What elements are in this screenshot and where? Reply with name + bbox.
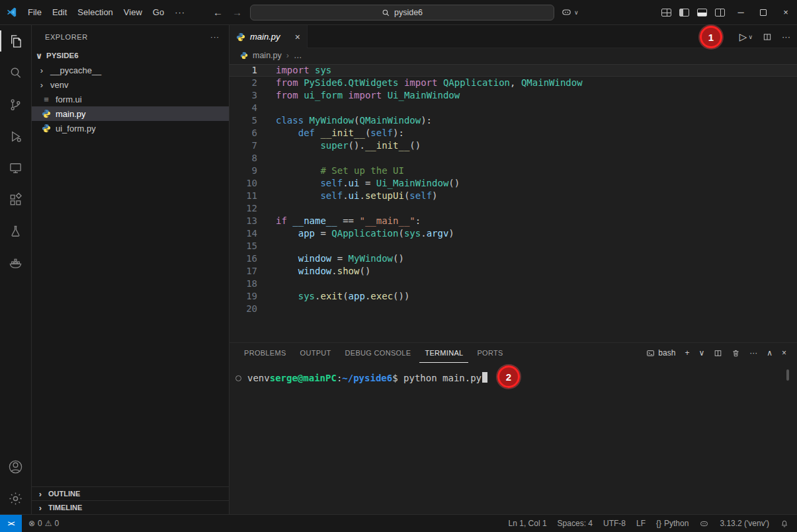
command-decoration-icon[interactable] <box>235 375 241 381</box>
customize-layout-icon[interactable] <box>661 9 671 17</box>
tree-item-pycache[interactable]: › __pycache__ <box>32 63 229 77</box>
activity-explorer[interactable] <box>0 25 32 57</box>
panel-more-actions-icon[interactable]: ··· <box>749 348 757 358</box>
code-line[interactable]: 14 app = QApplication(sys.argv) <box>230 227 797 240</box>
line-number[interactable]: 2 <box>230 77 257 89</box>
copilot-menu[interactable]: ∨ <box>561 7 579 18</box>
language-status[interactable]: {} Python <box>656 519 689 528</box>
breadcrumb-symbol[interactable]: … <box>294 51 302 60</box>
code-line[interactable]: 7 super().__init__() <box>230 139 797 152</box>
code-line[interactable]: 19 sys.exit(app.exec()) <box>230 290 797 303</box>
line-number[interactable]: 4 <box>230 102 257 114</box>
code-line[interactable]: 12 <box>230 202 797 215</box>
eol-status[interactable]: LF <box>636 519 646 528</box>
line-number[interactable]: 1 <box>230 64 257 77</box>
menu-file[interactable]: File <box>22 5 47 20</box>
line-number[interactable]: 18 <box>230 278 257 290</box>
minimap[interactable] <box>727 67 768 106</box>
new-terminal-button[interactable]: + <box>685 348 689 358</box>
line-number[interactable]: 6 <box>230 127 257 139</box>
toggle-panel-icon[interactable] <box>697 9 707 17</box>
encoding-status[interactable]: UTF-8 <box>603 519 626 528</box>
remote-indicator[interactable]: >< <box>0 515 22 532</box>
line-number[interactable]: 13 <box>230 215 257 227</box>
maximize-button[interactable] <box>752 0 775 24</box>
code-line[interactable]: 9 # Set up the UI <box>230 165 797 177</box>
active-shell-button[interactable]: bash <box>646 348 675 358</box>
close-tab-icon[interactable]: × <box>295 32 300 42</box>
code-line[interactable]: 3from ui_form import Ui_MainWindow <box>230 89 797 102</box>
command-center-search[interactable]: pyside6 <box>250 5 554 20</box>
cursor-position-status[interactable]: Ln 1, Col 1 <box>509 519 547 528</box>
minimize-button[interactable]: ─ <box>730 0 752 24</box>
terminal-profiles-chevron-icon[interactable]: ∨ <box>698 348 704 358</box>
activity-search[interactable] <box>0 57 32 89</box>
sidebar-more-actions-icon[interactable]: ··· <box>210 33 220 41</box>
line-number[interactable]: 17 <box>230 265 257 278</box>
split-terminal-button[interactable] <box>714 349 722 358</box>
activity-settings[interactable] <box>0 482 32 514</box>
tab-ports[interactable]: PORTS <box>472 343 508 363</box>
close-panel-icon[interactable]: × <box>782 348 786 358</box>
line-number[interactable]: 5 <box>230 114 257 127</box>
python-interpreter-status[interactable]: 3.13.2 ('venv') <box>720 519 769 528</box>
menu-overflow-icon[interactable]: ··· <box>169 5 190 20</box>
close-window-button[interactable]: × <box>775 0 797 24</box>
code-editor[interactable]: 1import sys2from PySide6.QtWidgets impor… <box>230 63 797 342</box>
code-line[interactable]: 5class MyWindow(QMainWindow): <box>230 114 797 127</box>
code-line[interactable]: 2from PySide6.QtWidgets import QApplicat… <box>230 77 797 89</box>
workspace-section-header[interactable]: ∨ PYSIDE6 <box>32 48 229 63</box>
outline-section-header[interactable]: › OUTLINE <box>32 486 229 500</box>
timeline-section-header[interactable]: › TIMELINE <box>32 500 229 514</box>
code-line[interactable]: 17 window.show() <box>230 265 797 278</box>
code-line[interactable]: 6 def __init__(self): <box>230 127 797 139</box>
toggle-secondary-sidebar-icon[interactable] <box>715 9 725 17</box>
code-line[interactable]: 8 <box>230 152 797 165</box>
line-number[interactable]: 19 <box>230 290 257 303</box>
line-number[interactable]: 10 <box>230 177 257 190</box>
copilot-status[interactable] <box>699 519 709 529</box>
menu-go[interactable]: Go <box>147 5 169 20</box>
tab-main-py[interactable]: main.py × <box>230 25 308 48</box>
line-number[interactable]: 20 <box>230 303 257 315</box>
activity-extensions[interactable] <box>0 184 32 215</box>
activity-run-debug[interactable] <box>0 120 32 152</box>
tree-item-main-py[interactable]: main.py <box>32 106 229 121</box>
breadcrumb-file[interactable]: main.py <box>253 51 282 60</box>
editor-more-actions-icon[interactable]: ··· <box>782 32 790 42</box>
tree-item-ui-form-py[interactable]: ui_form.py <box>32 121 229 135</box>
activity-accounts[interactable] <box>0 451 32 482</box>
line-number[interactable]: 8 <box>230 152 257 165</box>
terminal-scrollbar[interactable] <box>786 369 789 381</box>
run-python-file-button[interactable]: ▷ ∨ <box>739 31 753 43</box>
line-number[interactable]: 11 <box>230 190 257 202</box>
menu-view[interactable]: View <box>118 5 147 20</box>
activity-docker[interactable] <box>0 247 32 279</box>
notifications-button[interactable] <box>780 519 789 528</box>
code-line[interactable]: 15 <box>230 240 797 252</box>
code-line[interactable]: 11 self.ui.setupUi(self) <box>230 190 797 202</box>
code-line[interactable]: 4 <box>230 102 797 114</box>
tree-item-venv[interactable]: › venv <box>32 77 229 92</box>
code-line[interactable]: 1import sys <box>230 64 797 77</box>
code-line[interactable]: 16 window = MyWindow() <box>230 252 797 265</box>
back-arrow-icon[interactable]: ← <box>213 7 223 18</box>
menu-edit[interactable]: Edit <box>47 5 72 20</box>
problems-status[interactable]: ⊗ 0 ⚠ 0 <box>28 519 59 528</box>
split-editor-button[interactable] <box>763 32 772 42</box>
code-line[interactable]: 10 self.ui = Ui_MainWindow() <box>230 177 797 190</box>
tab-debug-console[interactable]: DEBUG CONSOLE <box>340 343 417 363</box>
tab-output[interactable]: OUTPUT <box>295 343 337 363</box>
menu-selection[interactable]: Selection <box>72 5 118 20</box>
line-number[interactable]: 3 <box>230 89 257 102</box>
line-number[interactable]: 7 <box>230 139 257 152</box>
toggle-sidebar-icon[interactable] <box>679 9 689 17</box>
forward-arrow-icon[interactable]: → <box>232 7 242 18</box>
tree-item-form-ui[interactable]: ≡ form.ui <box>32 92 229 106</box>
code-line[interactable]: 18 <box>230 278 797 290</box>
code-line[interactable]: 13if __name__ == "__main__": <box>230 215 797 227</box>
maximize-panel-icon[interactable]: ∧ <box>767 348 773 358</box>
tab-problems[interactable]: PROBLEMS <box>239 343 292 363</box>
kill-terminal-button[interactable] <box>732 349 740 358</box>
line-number[interactable]: 9 <box>230 165 257 177</box>
